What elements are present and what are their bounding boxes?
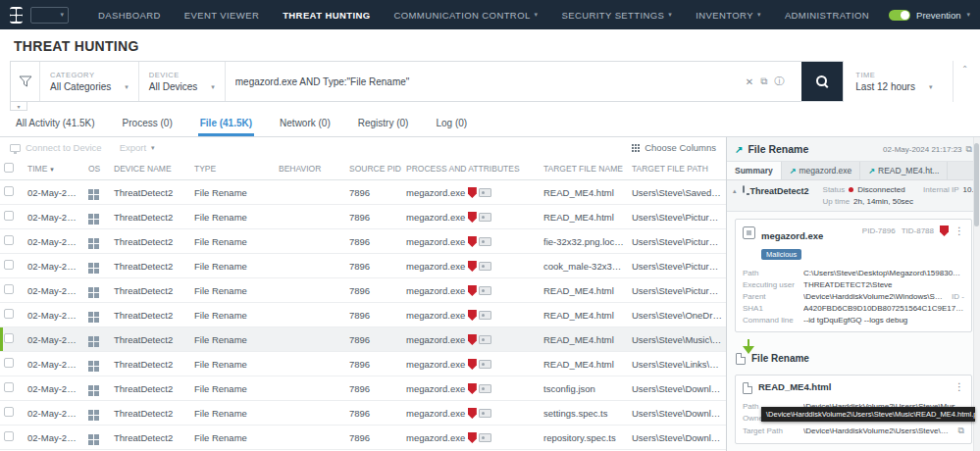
info-icon[interactable]: ⓘ bbox=[774, 75, 784, 88]
nav-item[interactable]: THREAT HUNTING bbox=[271, 0, 382, 29]
copy-icon[interactable]: ⧉ bbox=[966, 144, 972, 155]
filter-bar: CATEGORY All Categories▾ DEVICE All Devi… bbox=[10, 61, 970, 102]
table-row[interactable]: 02-May-2024 21:1... ThreatDetect2 File R… bbox=[0, 229, 726, 254]
storyline-icon[interactable] bbox=[479, 384, 491, 393]
row-checkbox[interactable] bbox=[4, 211, 14, 221]
choose-columns-button[interactable]: Choose Columns bbox=[632, 142, 716, 153]
table-row[interactable]: 02-May-2024 21:1... ThreatDetect2 File R… bbox=[0, 278, 726, 303]
storyline-icon[interactable] bbox=[479, 237, 491, 246]
storyline-icon[interactable] bbox=[479, 311, 491, 320]
row-checkbox[interactable] bbox=[4, 186, 14, 196]
detail-tab[interactable]: ↗ READ_ME4.ht... bbox=[860, 162, 948, 179]
col-device-name[interactable]: DEVICE NAME bbox=[110, 158, 190, 180]
detail-tab[interactable]: Summary bbox=[727, 162, 782, 179]
col-os[interactable]: OS bbox=[84, 158, 110, 180]
detail-field-row: Parent \Device\HarddiskVolume2\Windows\S… bbox=[743, 290, 964, 302]
chevron-down-icon[interactable]: ▾ bbox=[966, 11, 970, 19]
nav-item[interactable]: ADMINISTRATION bbox=[773, 0, 881, 29]
result-tab[interactable]: Network (0) bbox=[278, 112, 333, 136]
storyline-icon[interactable] bbox=[479, 409, 491, 418]
filter-funnel-icon[interactable] bbox=[11, 62, 40, 101]
row-source-pid: 7896 bbox=[345, 180, 402, 205]
field-value: THREATDETECT2\Steve bbox=[803, 280, 964, 289]
col-target-file-name[interactable]: TARGET FILE NAME bbox=[540, 158, 628, 180]
result-tab[interactable]: File (41.5K) bbox=[198, 112, 254, 136]
app-logo-icon[interactable] bbox=[10, 7, 23, 24]
table-row[interactable]: 02-May-2024 21:1... ThreatDetect2 File R… bbox=[0, 401, 726, 426]
file-menu-icon[interactable]: ⋮ bbox=[954, 381, 964, 392]
nav-item[interactable]: DASHBOARD bbox=[86, 0, 173, 29]
nav-item[interactable]: INVENTORY ▾ bbox=[684, 0, 773, 29]
row-checkbox[interactable] bbox=[4, 407, 14, 417]
nav-item[interactable]: COMMUNICATION CONTROL ▾ bbox=[383, 0, 550, 29]
col-target-file-path[interactable]: TARGET FILE PATH bbox=[628, 158, 726, 180]
storyline-icon[interactable] bbox=[479, 335, 491, 344]
mode-toggle[interactable] bbox=[889, 10, 910, 21]
filterbar-collapse-icon[interactable]: ⌃ bbox=[954, 61, 970, 102]
row-checkbox[interactable] bbox=[4, 284, 14, 294]
panel-scrollbar[interactable] bbox=[973, 137, 980, 451]
chevron-down-icon: ▾ bbox=[60, 11, 64, 19]
search-button[interactable] bbox=[801, 62, 843, 101]
result-tab[interactable]: Log (0) bbox=[434, 112, 469, 136]
scrollbar-thumb[interactable] bbox=[974, 143, 979, 226]
row-checkbox[interactable] bbox=[4, 382, 14, 392]
storyline-icon[interactable] bbox=[479, 433, 491, 442]
row-checkbox[interactable] bbox=[4, 260, 14, 270]
topbar-nav: DASHBOARD EVENT VIEWER THREAT HUNTING CO… bbox=[86, 0, 881, 29]
row-target-file-path: Users\Steve\Downloads\... bbox=[628, 426, 726, 450]
malicious-shield-icon bbox=[468, 408, 477, 419]
row-target-file-path: Users\Steve\Pictures\RE... bbox=[628, 205, 726, 229]
col-type[interactable]: TYPE bbox=[190, 158, 275, 180]
row-checkbox[interactable] bbox=[4, 235, 14, 245]
storyline-icon[interactable] bbox=[479, 213, 491, 222]
nav-item[interactable]: EVENT VIEWER bbox=[173, 0, 271, 29]
storyline-icon[interactable] bbox=[479, 188, 491, 197]
query-input[interactable] bbox=[235, 76, 738, 87]
col-behavior[interactable]: BEHAVIOR bbox=[275, 158, 345, 180]
select-all-checkbox[interactable] bbox=[4, 163, 14, 173]
copy-icon[interactable]: ⧉ bbox=[958, 426, 964, 436]
row-checkbox[interactable] bbox=[4, 309, 14, 319]
col-process-attributes[interactable]: PROCESS AND ATTRIBUTES bbox=[402, 158, 540, 180]
filters-expand-chevron[interactable]: ▾ bbox=[10, 102, 27, 111]
detail-tab[interactable]: ↗ megazord.exe bbox=[782, 162, 861, 179]
col-time[interactable]: TIME▾ bbox=[24, 158, 84, 180]
row-checkbox[interactable] bbox=[4, 358, 14, 368]
category-dropdown[interactable]: CATEGORY All Categories▾ bbox=[40, 62, 139, 101]
result-tab[interactable]: All Activity (41.5K) bbox=[14, 112, 97, 136]
row-checkbox[interactable] bbox=[4, 431, 14, 441]
col-source-pid[interactable]: SOURCE PID bbox=[345, 158, 402, 180]
table-row[interactable]: 02-May-2024 21:1... ThreatDetect2 File R… bbox=[0, 254, 726, 278]
clear-query-icon[interactable]: ✕ bbox=[746, 76, 753, 87]
event-jump-icon[interactable]: ↗ bbox=[735, 144, 743, 155]
storyline-icon[interactable] bbox=[479, 286, 491, 295]
scope-select[interactable]: ▾ bbox=[30, 7, 69, 24]
process-menu-icon[interactable]: ⋮ bbox=[954, 226, 964, 236]
result-tabs: All Activity (41.5K) Process (0) File (4… bbox=[0, 112, 980, 137]
connect-to-device-button[interactable]: Connect to Device bbox=[10, 142, 102, 153]
storyline-icon[interactable] bbox=[479, 262, 491, 271]
table-row[interactable]: 02-May-2024 21:1... ThreatDetect2 File R… bbox=[0, 376, 726, 401]
event-flow-arrow-icon bbox=[743, 339, 754, 349]
table-row[interactable]: 02-May-2024 21:1... ThreatDetect2 File R… bbox=[0, 303, 726, 327]
table-row[interactable]: 02-May-2024 21:1... ThreatDetect2 File R… bbox=[0, 327, 726, 352]
result-tab[interactable]: Process (0) bbox=[121, 112, 175, 136]
result-tab[interactable]: Registry (0) bbox=[356, 112, 411, 136]
table-row[interactable]: 02-May-2024 21:1... ThreatDetect2 File R… bbox=[0, 205, 726, 229]
storyline-icon[interactable] bbox=[479, 360, 491, 369]
table-row[interactable]: 02-May-2024 21:1... ThreatDetect2 File R… bbox=[0, 180, 726, 205]
table-row[interactable]: 02-May-2024 21:1... ThreatDetect2 File R… bbox=[0, 352, 726, 376]
time-dropdown[interactable]: TIME Last 12 hours▾ bbox=[844, 61, 954, 102]
table-row[interactable]: 02-May-2024 21:1... ThreatDetect2 File R… bbox=[0, 426, 726, 450]
export-button[interactable]: Export ▾ bbox=[120, 142, 155, 153]
process-name: megazord.exe bbox=[761, 230, 823, 241]
row-device-name: ThreatDetect2 bbox=[110, 376, 190, 401]
device-dropdown[interactable]: DEVICE All Devices▾ bbox=[139, 62, 226, 101]
row-source-pid: 7896 bbox=[345, 303, 402, 327]
save-query-icon[interactable]: ⧉ bbox=[760, 75, 767, 87]
row-source-pid: 7896 bbox=[345, 327, 402, 352]
row-checkbox[interactable] bbox=[4, 333, 14, 343]
nav-item[interactable]: SECURITY SETTINGS ▾ bbox=[550, 0, 685, 29]
chevron-up-icon[interactable]: ▴ bbox=[733, 187, 737, 195]
